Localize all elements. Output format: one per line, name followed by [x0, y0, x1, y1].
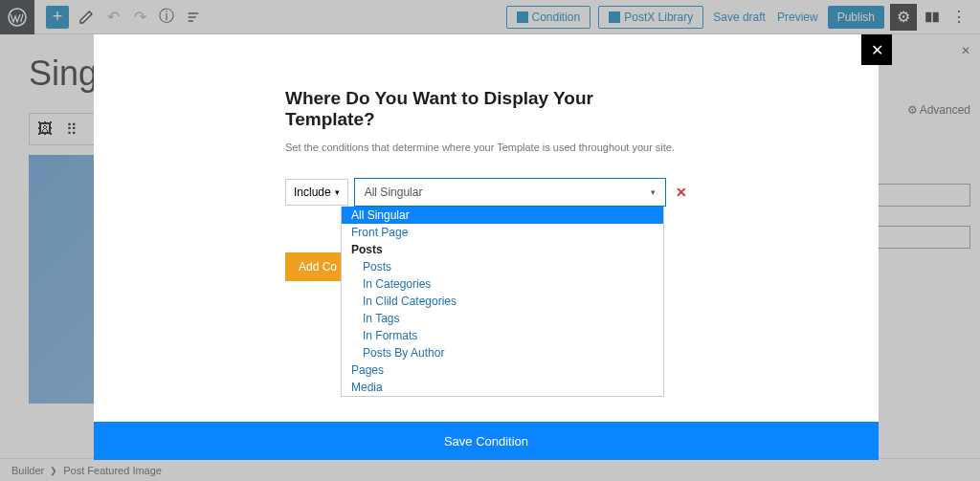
option-pages[interactable]: Pages — [342, 361, 663, 379]
chevron-down-icon: ▾ — [335, 187, 340, 197]
modal-subheading: Set the conditions that determine where … — [285, 142, 687, 153]
location-select[interactable]: All Singular▾ — [354, 178, 666, 207]
condition-row: Include▾ All Singular▾ ✕ All Singular Fr… — [285, 178, 687, 207]
option-group-posts: Posts — [342, 241, 663, 258]
location-dropdown: All Singular Front Page Posts Posts In C… — [341, 207, 664, 397]
remove-condition-icon[interactable]: ✕ — [676, 185, 687, 200]
option-media[interactable]: Media — [342, 379, 663, 396]
option-posts[interactable]: Posts — [342, 258, 663, 275]
modal-heading: Where Do You Want to Display Your Templa… — [285, 88, 687, 130]
option-in-child-categories[interactable]: In Clild Categories — [342, 293, 663, 310]
save-condition-button[interactable]: Save Condition — [94, 422, 879, 460]
option-in-categories[interactable]: In Categories — [342, 275, 663, 293]
chevron-down-icon: ▾ — [651, 187, 656, 197]
close-modal-button[interactable]: ✕ — [861, 34, 892, 65]
option-all-singular[interactable]: All Singular — [342, 207, 663, 224]
option-posts-by-author[interactable]: Posts By Author — [342, 344, 663, 361]
include-select[interactable]: Include▾ — [285, 179, 348, 206]
option-in-tags[interactable]: In Tags — [342, 310, 663, 327]
option-in-formats[interactable]: In Formats — [342, 327, 663, 344]
option-front-page[interactable]: Front Page — [342, 224, 663, 241]
condition-modal: ✕ Where Do You Want to Display Your Temp… — [94, 34, 879, 460]
